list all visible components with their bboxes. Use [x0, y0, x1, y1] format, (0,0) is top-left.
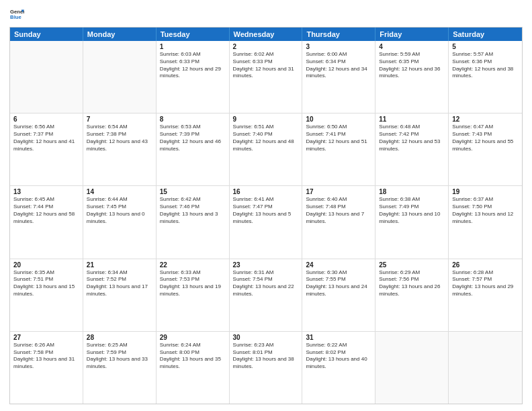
- day-info: Sunrise: 6:37 AM Sunset: 7:50 PM Dayligh…: [452, 196, 519, 225]
- cal-cell: 4Sunrise: 5:59 AM Sunset: 6:35 PM Daylig…: [375, 41, 449, 113]
- day-number: 23: [233, 261, 299, 269]
- cal-cell: 16Sunrise: 6:41 AM Sunset: 7:47 PM Dayli…: [230, 186, 303, 258]
- cal-cell: 30Sunrise: 6:23 AM Sunset: 8:01 PM Dayli…: [230, 332, 303, 404]
- day-number: 27: [13, 334, 79, 341]
- cal-cell: 1Sunrise: 6:03 AM Sunset: 6:33 PM Daylig…: [157, 41, 230, 113]
- day-number: 29: [160, 334, 226, 341]
- cal-cell: 14Sunrise: 6:44 AM Sunset: 7:45 PM Dayli…: [83, 186, 157, 258]
- cal-cell: 19Sunrise: 6:37 AM Sunset: 7:50 PM Dayli…: [449, 186, 522, 258]
- cal-cell: 3Sunrise: 6:00 AM Sunset: 6:34 PM Daylig…: [302, 41, 375, 113]
- day-info: Sunrise: 6:40 AM Sunset: 7:48 PM Dayligh…: [306, 196, 371, 225]
- day-number: 19: [452, 188, 519, 195]
- cal-cell: [10, 41, 83, 113]
- day-number: 2: [233, 43, 299, 50]
- cal-cell: 22Sunrise: 6:33 AM Sunset: 7:53 PM Dayli…: [157, 259, 230, 331]
- logo: General Blue: [9, 7, 24, 21]
- cal-cell: 24Sunrise: 6:30 AM Sunset: 7:55 PM Dayli…: [302, 259, 375, 331]
- day-info: Sunrise: 6:29 AM Sunset: 7:56 PM Dayligh…: [379, 269, 445, 298]
- day-info: Sunrise: 6:34 AM Sunset: 7:52 PM Dayligh…: [87, 269, 152, 298]
- day-number: 14: [87, 188, 152, 195]
- day-info: Sunrise: 6:53 AM Sunset: 7:39 PM Dayligh…: [160, 124, 226, 152]
- day-info: Sunrise: 6:54 AM Sunset: 7:38 PM Dayligh…: [87, 124, 152, 152]
- cal-header-day: Tuesday: [157, 28, 230, 41]
- day-info: Sunrise: 6:56 AM Sunset: 7:37 PM Dayligh…: [13, 124, 79, 152]
- cal-header-day: Saturday: [449, 28, 522, 41]
- day-number: 28: [87, 334, 152, 341]
- cal-row: 13Sunrise: 6:45 AM Sunset: 7:44 PM Dayli…: [10, 186, 522, 259]
- day-number: 17: [306, 188, 371, 195]
- cal-row: 27Sunrise: 6:26 AM Sunset: 7:58 PM Dayli…: [10, 332, 522, 404]
- day-info: Sunrise: 6:03 AM Sunset: 6:33 PM Dayligh…: [160, 51, 226, 80]
- cal-cell: 20Sunrise: 6:35 AM Sunset: 7:51 PM Dayli…: [10, 259, 83, 331]
- cal-cell: 29Sunrise: 6:24 AM Sunset: 8:00 PM Dayli…: [157, 332, 230, 404]
- cal-cell: 7Sunrise: 6:54 AM Sunset: 7:38 PM Daylig…: [83, 113, 157, 185]
- cal-cell: 5Sunrise: 5:57 AM Sunset: 6:36 PM Daylig…: [449, 41, 522, 113]
- cal-cell: 6Sunrise: 6:56 AM Sunset: 7:37 PM Daylig…: [10, 113, 83, 185]
- day-info: Sunrise: 6:42 AM Sunset: 7:46 PM Dayligh…: [160, 196, 226, 225]
- day-number: 5: [452, 43, 519, 50]
- day-info: Sunrise: 6:47 AM Sunset: 7:43 PM Dayligh…: [452, 124, 519, 152]
- day-number: 26: [452, 261, 519, 269]
- cal-cell: 31Sunrise: 6:22 AM Sunset: 8:02 PM Dayli…: [302, 332, 375, 404]
- day-number: 13: [13, 188, 79, 195]
- cal-cell: [83, 41, 157, 113]
- day-info: Sunrise: 6:28 AM Sunset: 7:57 PM Dayligh…: [452, 269, 519, 298]
- cal-cell: 9Sunrise: 6:51 AM Sunset: 7:40 PM Daylig…: [230, 113, 303, 185]
- cal-row: 1Sunrise: 6:03 AM Sunset: 6:33 PM Daylig…: [10, 41, 522, 113]
- day-info: Sunrise: 6:26 AM Sunset: 7:58 PM Dayligh…: [13, 342, 79, 371]
- cal-header-day: Thursday: [302, 28, 375, 41]
- day-number: 12: [452, 116, 519, 123]
- day-info: Sunrise: 6:22 AM Sunset: 8:02 PM Dayligh…: [306, 342, 371, 371]
- day-info: Sunrise: 6:48 AM Sunset: 7:42 PM Dayligh…: [379, 124, 445, 152]
- cal-cell: 2Sunrise: 6:02 AM Sunset: 6:33 PM Daylig…: [230, 41, 303, 113]
- day-number: 15: [160, 188, 226, 195]
- day-number: 18: [379, 188, 445, 195]
- cal-cell: 25Sunrise: 6:29 AM Sunset: 7:56 PM Dayli…: [375, 259, 449, 331]
- day-info: Sunrise: 6:30 AM Sunset: 7:55 PM Dayligh…: [306, 269, 371, 298]
- cal-cell: 21Sunrise: 6:34 AM Sunset: 7:52 PM Dayli…: [83, 259, 157, 331]
- day-info: Sunrise: 6:50 AM Sunset: 7:41 PM Dayligh…: [306, 124, 371, 152]
- day-number: 24: [306, 261, 371, 269]
- day-number: 9: [233, 116, 299, 123]
- day-info: Sunrise: 6:02 AM Sunset: 6:33 PM Dayligh…: [233, 51, 299, 80]
- day-number: 31: [306, 334, 371, 341]
- day-info: Sunrise: 5:59 AM Sunset: 6:35 PM Dayligh…: [379, 51, 445, 80]
- cal-cell: 18Sunrise: 6:38 AM Sunset: 7:49 PM Dayli…: [375, 186, 449, 258]
- day-number: 1: [160, 43, 226, 50]
- day-info: Sunrise: 6:41 AM Sunset: 7:47 PM Dayligh…: [233, 196, 299, 225]
- cal-header-day: Sunday: [10, 28, 83, 41]
- cal-cell: 23Sunrise: 6:31 AM Sunset: 7:54 PM Dayli…: [230, 259, 303, 331]
- day-number: 16: [233, 188, 299, 195]
- day-number: 25: [379, 261, 445, 269]
- cal-header-day: Monday: [83, 28, 157, 41]
- day-info: Sunrise: 6:23 AM Sunset: 8:01 PM Dayligh…: [233, 342, 299, 371]
- cal-row: 6Sunrise: 6:56 AM Sunset: 7:37 PM Daylig…: [10, 113, 522, 186]
- day-info: Sunrise: 6:51 AM Sunset: 7:40 PM Dayligh…: [233, 124, 299, 152]
- day-info: Sunrise: 6:25 AM Sunset: 7:59 PM Dayligh…: [87, 342, 152, 371]
- day-number: 10: [306, 116, 371, 123]
- calendar-body: 1Sunrise: 6:03 AM Sunset: 6:33 PM Daylig…: [10, 41, 522, 404]
- day-info: Sunrise: 6:38 AM Sunset: 7:49 PM Dayligh…: [379, 196, 445, 225]
- day-number: 7: [87, 116, 152, 123]
- svg-text:Blue: Blue: [10, 14, 21, 20]
- day-info: Sunrise: 6:35 AM Sunset: 7:51 PM Dayligh…: [13, 269, 79, 298]
- cal-cell: [375, 332, 449, 404]
- cal-header-day: Friday: [375, 28, 449, 41]
- cal-cell: 8Sunrise: 6:53 AM Sunset: 7:39 PM Daylig…: [157, 113, 230, 185]
- calendar-header: SundayMondayTuesdayWednesdayThursdayFrid…: [10, 28, 522, 41]
- day-number: 3: [306, 43, 371, 50]
- day-info: Sunrise: 6:33 AM Sunset: 7:53 PM Dayligh…: [160, 269, 226, 298]
- cal-cell: 27Sunrise: 6:26 AM Sunset: 7:58 PM Dayli…: [10, 332, 83, 404]
- cal-cell: 17Sunrise: 6:40 AM Sunset: 7:48 PM Dayli…: [302, 186, 375, 258]
- day-info: Sunrise: 6:44 AM Sunset: 7:45 PM Dayligh…: [87, 196, 152, 225]
- page-header: General Blue: [9, 7, 523, 21]
- cal-cell: 13Sunrise: 6:45 AM Sunset: 7:44 PM Dayli…: [10, 186, 83, 258]
- day-info: Sunrise: 6:31 AM Sunset: 7:54 PM Dayligh…: [233, 269, 299, 298]
- cal-row: 20Sunrise: 6:35 AM Sunset: 7:51 PM Dayli…: [10, 259, 522, 332]
- day-number: 11: [379, 116, 445, 123]
- day-info: Sunrise: 6:00 AM Sunset: 6:34 PM Dayligh…: [306, 51, 371, 80]
- day-number: 8: [160, 116, 226, 123]
- cal-cell: 11Sunrise: 6:48 AM Sunset: 7:42 PM Dayli…: [375, 113, 449, 185]
- day-number: 30: [233, 334, 299, 341]
- day-number: 4: [379, 43, 445, 50]
